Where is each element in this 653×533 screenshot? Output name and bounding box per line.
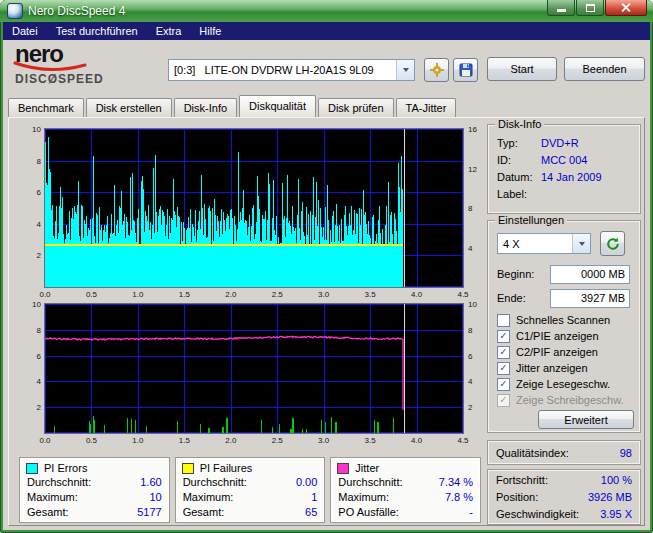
- disk-info-row: Datum:14 Jan 2009: [488, 169, 640, 186]
- client-area: DateiTest durchführenExtraHilfe nero DIS…: [3, 22, 650, 530]
- stat-value: 5177: [137, 505, 161, 520]
- nero-logo: nero DISCØSPEED: [13, 44, 159, 92]
- stat-box-header: PI Failures: [176, 458, 325, 475]
- maximize-button[interactable]: [576, 0, 604, 16]
- y-axis-tick: 8: [468, 326, 472, 335]
- save-button[interactable]: [453, 58, 478, 82]
- checkbox-label: Schnelles Scannen: [516, 314, 610, 326]
- status-label: Fortschritt:: [496, 472, 548, 489]
- disk-info-rows: Typ:DVD+RID:MCC 004Datum:14 Jan 2009Labe…: [488, 135, 640, 203]
- menu-item-test-durchf-hren[interactable]: Test durchführen: [47, 22, 147, 40]
- y-axis-tick: 10: [468, 300, 477, 309]
- settings-group-title: Einstellungen: [495, 214, 567, 227]
- pie-pif-chart: [44, 128, 464, 288]
- begin-label: Beginn:: [497, 265, 534, 284]
- y-axis-tick: 8: [468, 204, 472, 213]
- jitter-chart: [44, 303, 464, 434]
- diskqualitaet-tab-page: Disk-Info Typ:DVD+RID:MCC 004Datum:14 Ja…: [8, 117, 645, 526]
- y-axis-tick: 6: [17, 188, 41, 197]
- x-axis-tick: 3.0: [314, 436, 334, 445]
- slashed-o-icon: Ø: [48, 72, 58, 86]
- tab-benchmark[interactable]: Benchmark: [8, 98, 84, 117]
- stat-box-jitter: JitterDurchschnitt:7.34 %Maximum:7.8 %PO…: [330, 457, 481, 523]
- y-axis-tick: 4: [17, 220, 41, 229]
- minimize-icon: [557, 9, 566, 12]
- status-row: Geschwindigkeit:3.95 X: [488, 506, 640, 523]
- stat-label: Gesamt:: [183, 505, 225, 520]
- tab-ta-jitter[interactable]: TA-Jitter: [396, 98, 457, 117]
- tab-disk-pr-fen[interactable]: Disk prüfen: [318, 98, 394, 117]
- checkbox-zeige-schreibgeschw[interactable]: ✓Zeige Schreibgeschw.: [497, 392, 638, 408]
- progress-rows: Fortschritt:100 %Position:3926 MBGeschwi…: [488, 470, 640, 523]
- stat-value: 7.34 %: [439, 475, 473, 490]
- minimize-button[interactable]: [547, 0, 575, 16]
- settings-checkbox-list: Schnelles Scannen✓C1/PIE anzeigen✓C2/PIF…: [497, 312, 638, 408]
- speed-select-arrow[interactable]: [572, 234, 590, 253]
- end-field[interactable]: 3927 MB: [550, 289, 630, 308]
- info-label: ID:: [497, 152, 541, 169]
- y-axis-tick: 8: [17, 157, 41, 166]
- checkbox-zeige-lesegeschw[interactable]: ✓Zeige Lesegeschw.: [497, 376, 638, 392]
- menubar: DateiTest durchführenExtraHilfe: [3, 22, 650, 40]
- tabstrip: BenchmarkDisk erstellenDisk-InfoDiskqual…: [8, 95, 458, 117]
- status-label: Position:: [496, 489, 538, 506]
- progress-panel: Fortschritt:100 %Position:3926 MBGeschwi…: [487, 469, 641, 525]
- start-button[interactable]: Start: [487, 57, 557, 81]
- disk-info-row: Typ:DVD+R: [488, 135, 640, 152]
- y-axis-tick: 12: [468, 165, 477, 174]
- app-window: Nero DiscSpeed 4 DateiTest durchführenEx…: [0, 0, 653, 533]
- x-axis-tick: 4.0: [407, 436, 427, 445]
- x-axis-tick: 1.5: [174, 290, 194, 299]
- y-axis-tick: 2: [17, 403, 41, 412]
- series-name: PI Failures: [200, 462, 253, 474]
- series-color-swatch: [26, 463, 38, 474]
- refresh-button[interactable]: [600, 231, 625, 256]
- stat-label: Durchschnitt:: [183, 475, 247, 490]
- stat-label: Durchschnitt:: [27, 475, 91, 490]
- checkbox-c2-pif-anzeigen[interactable]: ✓C2/PIF anzeigen: [497, 344, 638, 360]
- quality-index-value: 98: [620, 447, 632, 459]
- status-row: Position:3926 MB: [488, 489, 640, 506]
- menu-item-hilfe[interactable]: Hilfe: [190, 22, 230, 40]
- x-axis-tick: 1.0: [128, 290, 148, 299]
- menu-item-extra[interactable]: Extra: [147, 22, 191, 40]
- advanced-button[interactable]: Erweitert: [538, 410, 634, 429]
- series-name: Jitter: [355, 462, 379, 474]
- menu-item-datei[interactable]: Datei: [3, 22, 47, 40]
- disk-info-row: Label:: [488, 186, 640, 203]
- quality-index-panel: Qualitätsindex: 98: [487, 440, 641, 465]
- status-value: 3.95 X: [600, 506, 632, 523]
- close-icon: [620, 2, 632, 13]
- stat-row: Maximum:1: [176, 490, 325, 505]
- checkbox-schnelles-scannen[interactable]: Schnelles Scannen: [497, 312, 638, 328]
- drive-select[interactable]: [0:3] LITE-ON DVDRW LH-20A1S 9L09: [168, 59, 415, 81]
- drive-select-arrow[interactable]: [396, 60, 414, 80]
- tab-disk-info[interactable]: Disk-Info: [174, 98, 237, 117]
- checkbox-label: Jitter anzeigen: [516, 362, 588, 374]
- speed-select[interactable]: 4 X: [497, 233, 591, 254]
- checkbox-label: C2/PIF anzeigen: [516, 346, 598, 358]
- checkbox-jitter-anzeigen[interactable]: ✓Jitter anzeigen: [497, 360, 638, 376]
- statistics-boxes: PI ErrorsDurchschnitt:1.60Maximum:10Gesa…: [19, 457, 481, 523]
- info-label: Typ:: [497, 135, 541, 152]
- stat-box-pi-errors: PI ErrorsDurchschnitt:1.60Maximum:10Gesa…: [19, 457, 170, 523]
- stat-label: Gesamt:: [27, 505, 69, 520]
- quit-button[interactable]: Beenden: [564, 57, 645, 81]
- options-button[interactable]: [424, 58, 449, 82]
- save-icon: [458, 62, 474, 78]
- stat-row: Durchschnitt:0.00: [176, 475, 325, 490]
- begin-field[interactable]: 0000 MB: [550, 265, 630, 284]
- checkbox-label: C1/PIE anzeigen: [516, 330, 599, 342]
- info-value: DVD+R: [541, 135, 579, 152]
- close-button[interactable]: [605, 0, 647, 16]
- tab-disk-erstellen[interactable]: Disk erstellen: [86, 98, 172, 117]
- stat-label: PO Ausfälle:: [338, 505, 399, 520]
- checkbox-box: [497, 314, 510, 327]
- checkbox-c1-pie-anzeigen[interactable]: ✓C1/PIE anzeigen: [497, 328, 638, 344]
- status-label: Geschwindigkeit:: [496, 506, 579, 523]
- stat-label: Durchschnitt:: [338, 475, 402, 490]
- app-icon: [7, 3, 23, 19]
- stat-row: Maximum:10: [20, 490, 169, 505]
- tab-diskqualit-t[interactable]: Diskqualität: [239, 95, 316, 117]
- info-value: 14 Jan 2009: [541, 169, 602, 186]
